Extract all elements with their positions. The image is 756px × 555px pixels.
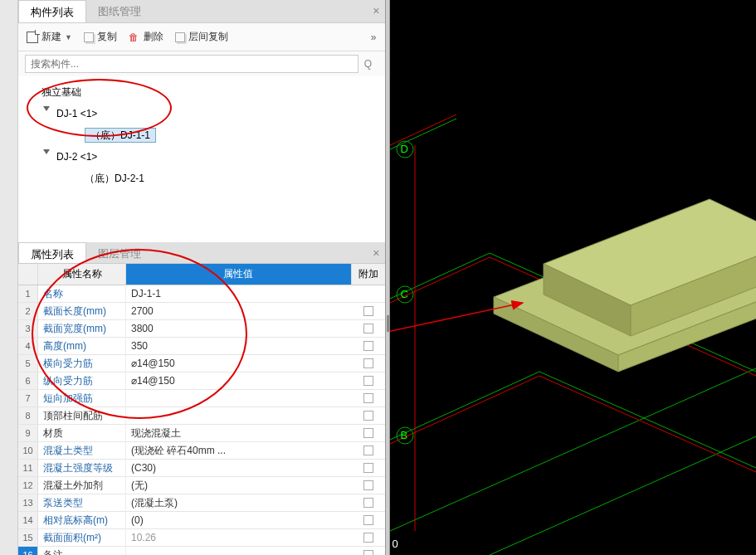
- property-row[interactable]: 11混凝土强度等级(C30): [18, 460, 385, 477]
- tree-item-dj2[interactable]: DJ-2 <1>: [18, 146, 385, 168]
- property-value[interactable]: (0): [126, 513, 352, 528]
- layer-copy-icon: [175, 32, 185, 42]
- checkbox[interactable]: [363, 393, 373, 403]
- row-number-header: [18, 264, 38, 285]
- property-value[interactable]: (现浇砼 碎石40mm ...: [126, 442, 352, 460]
- property-row[interactable]: 5横向受力筋⌀14@150: [18, 355, 385, 372]
- search-clear-icon[interactable]: Q: [364, 58, 372, 70]
- checkbox[interactable]: [363, 515, 373, 525]
- checkbox-cell: [352, 480, 385, 490]
- layer-copy-button[interactable]: 层间复制: [175, 30, 228, 44]
- tree-item-dj2-1[interactable]: （底）DJ-2-1: [18, 168, 385, 189]
- property-value[interactable]: ⌀14@150: [126, 356, 352, 371]
- property-row[interactable]: 10混凝土类型(现浇砼 碎石40mm ...: [18, 442, 385, 460]
- property-row[interactable]: 8顶部柱间配筋: [18, 407, 385, 425]
- svg-line-3: [390, 372, 539, 440]
- checkbox[interactable]: [363, 324, 373, 333]
- property-row[interactable]: 16备注: [18, 547, 385, 555]
- copy-icon: [84, 32, 94, 42]
- property-value[interactable]: (C30): [126, 460, 352, 475]
- copy-button[interactable]: 复制: [84, 30, 117, 44]
- tree-root[interactable]: 独立基础: [18, 81, 385, 103]
- property-value[interactable]: 现浇混凝土: [126, 425, 352, 442]
- property-row[interactable]: 6纵向受力筋⌀14@150: [18, 372, 385, 390]
- tab-drawings[interactable]: 图纸管理: [86, 0, 153, 22]
- tree-item-dj1-1[interactable]: （底）DJ-1-1: [18, 124, 385, 146]
- delete-button[interactable]: 🗑 删除: [129, 30, 163, 44]
- layer-copy-label: 层间复制: [188, 30, 228, 44]
- property-row[interactable]: 4高度(mm)350: [18, 338, 385, 355]
- checkbox[interactable]: [363, 428, 373, 438]
- checkbox-cell: [352, 463, 385, 473]
- row-number: 15: [18, 529, 38, 546]
- svg-line-1: [390, 253, 490, 299]
- property-name: 备注: [38, 547, 126, 556]
- tab-components[interactable]: 构件列表: [18, 0, 86, 22]
- row-number: 9: [18, 425, 38, 441]
- checkbox[interactable]: [363, 306, 373, 316]
- property-value[interactable]: 2700: [126, 304, 352, 319]
- property-row[interactable]: 9材质现浇混凝土: [18, 425, 385, 442]
- expand-toggle-icon[interactable]: [43, 106, 50, 111]
- property-row[interactable]: 2截面长度(mm)2700: [18, 303, 385, 320]
- left-vertical-strip: [0, 0, 18, 555]
- close-icon[interactable]: ×: [373, 4, 379, 17]
- property-row[interactable]: 7短向加强筋: [18, 390, 385, 407]
- property-name: 高度(mm): [38, 338, 126, 355]
- property-value[interactable]: 10.26: [126, 530, 352, 545]
- expand-toggle-icon[interactable]: [43, 149, 50, 154]
- checkbox-cell: [352, 341, 385, 351]
- checkbox-cell: [352, 306, 385, 316]
- property-name: 混凝土外加剂: [38, 477, 126, 494]
- property-value-header[interactable]: 属性值: [126, 264, 352, 285]
- property-row[interactable]: 13泵送类型(混凝土泵): [18, 494, 385, 512]
- property-row[interactable]: 12混凝土外加剂(无): [18, 477, 385, 494]
- property-row[interactable]: 14相对底标高(m)(0): [18, 512, 385, 529]
- tab-layers[interactable]: 图层管理: [86, 242, 153, 263]
- checkbox[interactable]: [363, 445, 373, 455]
- property-value[interactable]: DJ-1-1: [126, 286, 352, 301]
- new-button[interactable]: 新建 ▼: [27, 30, 72, 44]
- property-value[interactable]: [126, 397, 352, 400]
- tab-properties[interactable]: 属性列表: [18, 242, 86, 263]
- checkbox[interactable]: [363, 550, 373, 555]
- checkbox-cell: [352, 533, 385, 543]
- checkbox[interactable]: [363, 411, 373, 421]
- checkbox[interactable]: [363, 341, 373, 351]
- row-number: 10: [18, 442, 38, 459]
- property-row[interactable]: 1名称DJ-1-1: [18, 285, 385, 303]
- property-name: 截面长度(mm): [38, 303, 126, 320]
- property-value[interactable]: ⌀14@150: [126, 373, 352, 388]
- checkbox-cell: [352, 324, 385, 333]
- checkbox[interactable]: [363, 463, 373, 473]
- property-name: 材质: [38, 425, 126, 442]
- property-value[interactable]: 3800: [126, 321, 352, 336]
- row-number: 7: [18, 390, 38, 407]
- checkbox[interactable]: [363, 533, 373, 543]
- checkbox[interactable]: [363, 376, 373, 386]
- checkbox[interactable]: [363, 498, 373, 508]
- property-value[interactable]: (无): [126, 477, 352, 494]
- property-name: 截面面积(m²): [38, 529, 126, 547]
- checkbox[interactable]: [363, 358, 373, 368]
- checkbox[interactable]: [363, 480, 373, 490]
- property-value[interactable]: 350: [126, 338, 352, 353]
- property-name: 短向加强筋: [38, 390, 126, 407]
- property-row[interactable]: 15截面面积(m²)10.26: [18, 529, 385, 547]
- component-tree: 独立基础 DJ-1 <1> （底）DJ-1-1 DJ-2 <1> （底）DJ-2…: [18, 76, 385, 242]
- property-add-header[interactable]: 附加: [352, 264, 385, 285]
- property-value[interactable]: [126, 414, 352, 417]
- tree-item-dj1[interactable]: DJ-1 <1>: [18, 103, 385, 124]
- copy-label: 复制: [97, 30, 117, 44]
- property-value[interactable]: (混凝土泵): [126, 494, 352, 512]
- new-icon: [27, 32, 38, 43]
- more-button[interactable]: »: [371, 32, 377, 43]
- close-icon[interactable]: ×: [373, 246, 379, 260]
- search-input[interactable]: [25, 55, 358, 73]
- foundation-3d-model[interactable]: [494, 199, 757, 372]
- property-name: 顶部柱间配筋: [38, 407, 126, 425]
- property-row[interactable]: 3截面宽度(mm)3800: [18, 320, 385, 338]
- property-name-header[interactable]: 属性名称: [38, 264, 126, 285]
- row-number: 13: [18, 494, 38, 511]
- 3d-viewport[interactable]: D C B 0 3000: [390, 0, 757, 555]
